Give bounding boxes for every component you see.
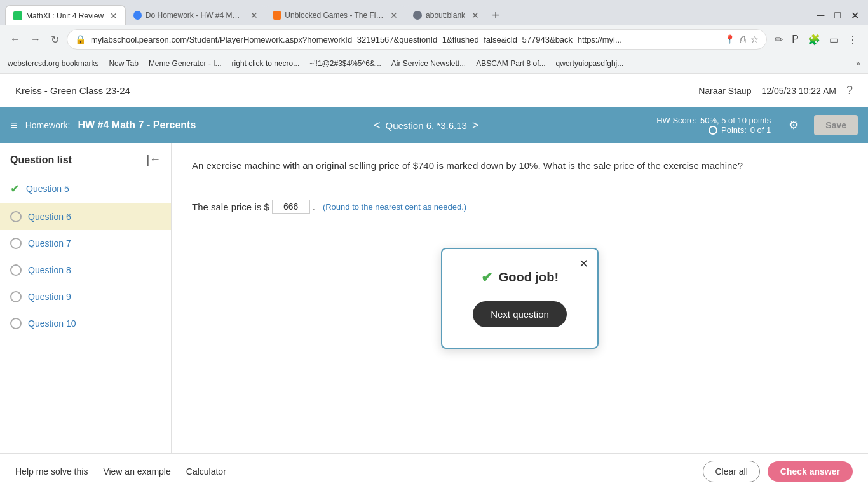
- hw-score-row: HW Score: 50%, 5 of 10 points: [656, 116, 771, 125]
- tab-homework[interactable]: Do Homework - HW #4 Math 7 - ✕: [126, 5, 266, 25]
- tab-mathxl[interactable]: MathXL: Unit 4 Review ✕: [5, 5, 126, 25]
- hw-score-value: 50%, 5 of 10 points: [700, 116, 771, 125]
- q7-label: Question 7: [28, 238, 71, 248]
- browser-chrome: MathXL: Unit 4 Review ✕ Do Homework - HW…: [0, 0, 868, 74]
- help-me-solve-button[interactable]: Help me solve this: [15, 466, 88, 477]
- gear-icon[interactable]: ⚙: [789, 118, 799, 132]
- pen-icon[interactable]: ✏: [772, 31, 785, 48]
- question-label: Question 6, *3.6.13: [386, 120, 467, 131]
- sidebar-item-q6[interactable]: Question 6: [0, 203, 171, 230]
- bookmark-symbols[interactable]: ~'!1@2#3$4%5^6&...: [309, 59, 381, 68]
- homework-title: HW #4 Math 7 - Percents: [78, 119, 196, 131]
- q8-label: Question 8: [28, 265, 71, 275]
- tab1-close-icon[interactable]: ✕: [110, 11, 118, 21]
- good-job-popup: ✕ ✔ Good job! Next question: [441, 248, 599, 349]
- forward-button[interactable]: →: [28, 31, 43, 48]
- extension-icon[interactable]: 🧩: [805, 31, 823, 48]
- pearson-icon[interactable]: P: [789, 31, 801, 48]
- calculator-button[interactable]: Calculator: [186, 466, 226, 477]
- bookmark-qwerty[interactable]: qwertyuiopasdfghj...: [556, 59, 624, 68]
- bookmark-abscam-label: ABSCAM Part 8 of...: [476, 59, 545, 68]
- tab3-favicon: [273, 11, 281, 20]
- question-list-title: Question list: [10, 154, 72, 166]
- tab2-close-icon[interactable]: ✕: [250, 10, 258, 20]
- url-text: mylabschool.pearson.com/Student/PlayerHo…: [91, 35, 719, 44]
- popup-close-button[interactable]: ✕: [579, 257, 588, 271]
- menu-icon[interactable]: ≡: [10, 118, 18, 133]
- points-value: 0 of 1: [750, 125, 771, 135]
- app-header: Kreiss - Green Class 23-24 Naraar Staup …: [0, 74, 868, 107]
- more-icon[interactable]: ⋮: [845, 31, 860, 48]
- sidebar-item-q10[interactable]: Question 10: [0, 310, 171, 337]
- reload-button[interactable]: ↻: [48, 31, 62, 48]
- lock-icon: 🔒: [75, 34, 86, 44]
- homework-label: Homework:: [25, 120, 71, 130]
- tab4-favicon: [413, 11, 422, 20]
- close-window-button[interactable]: ✕: [847, 10, 863, 22]
- bookmark-symbols-label: ~'!1@2#3$4%5^6&...: [309, 59, 381, 68]
- bookmark-webstercsd-label: webstercsd.org bookmarks: [8, 59, 98, 68]
- q9-circle-icon: [10, 291, 22, 302]
- main-layout: Question list |← ✔ Question 5 Question 6…: [0, 143, 868, 453]
- bookmark-abscam[interactable]: ABSCAM Part 8 of...: [476, 59, 545, 68]
- content-area: An exercise machine with an original sel…: [172, 143, 868, 453]
- bookmark-webstercsd[interactable]: webstercsd.org bookmarks: [8, 59, 98, 68]
- bookmark-newtab[interactable]: New Tab: [109, 59, 138, 68]
- bookmark-meme-label: Meme Generator - I...: [149, 59, 222, 68]
- app-header-right: Naraar Staup 12/05/23 10:22 AM ?: [698, 84, 853, 97]
- new-tab-button[interactable]: +: [487, 8, 505, 23]
- reading-icon[interactable]: ▭: [827, 31, 841, 48]
- prev-question-button[interactable]: <: [374, 119, 381, 132]
- q6-label: Question 6: [28, 212, 71, 222]
- location-icon[interactable]: 📍: [724, 34, 735, 44]
- tab3-title: Unblocked Games - The Final Ea: [285, 11, 384, 20]
- window-controls: ─ □ ✕: [813, 10, 863, 22]
- url-bar[interactable]: 🔒 mylabschool.pearson.com/Student/Player…: [67, 29, 767, 50]
- share-icon[interactable]: ⎙: [740, 34, 745, 44]
- q6-circle-icon: [10, 211, 22, 222]
- sidebar-item-q9[interactable]: Question 9: [0, 283, 171, 310]
- collapse-icon[interactable]: |←: [146, 153, 161, 166]
- sidebar-item-q5[interactable]: ✔ Question 5: [0, 174, 171, 203]
- q10-label: Question 10: [28, 318, 76, 329]
- popup-title-text: Good job!: [499, 270, 559, 285]
- q5-label: Question 5: [26, 184, 69, 194]
- bookmark-airservice-label: Air Service Newslett...: [391, 59, 466, 68]
- sidebar-item-q7[interactable]: Question 7: [0, 230, 171, 257]
- popup-check-icon: ✔: [481, 269, 492, 286]
- bookmarks-more-icon[interactable]: »: [856, 59, 860, 68]
- check-answer-button[interactable]: Check answer: [768, 461, 853, 482]
- q8-circle-icon: [10, 264, 22, 276]
- bookmark-qwerty-label: qwertyuiopasdfghj...: [556, 59, 624, 68]
- maximize-button[interactable]: □: [831, 10, 844, 22]
- url-actions: 📍 ⎙ ☆: [724, 34, 759, 44]
- popup-overlay: ✕ ✔ Good job! Next question: [172, 143, 868, 453]
- save-button[interactable]: Save: [814, 115, 858, 135]
- tab-blank[interactable]: about:blank ✕: [405, 5, 487, 25]
- clear-all-button[interactable]: Clear all: [703, 461, 759, 482]
- address-bar: ← → ↻ 🔒 mylabschool.pearson.com/Student/…: [0, 25, 868, 53]
- bottom-bar: Help me solve this View an example Calcu…: [0, 453, 868, 488]
- next-question-button[interactable]: Next question: [473, 301, 567, 327]
- tab4-close-icon[interactable]: ✕: [471, 10, 479, 20]
- tab-games[interactable]: Unblocked Games - The Final Ea ✕: [266, 5, 405, 25]
- bookmark-star-icon[interactable]: ☆: [750, 34, 759, 44]
- bookmark-airservice[interactable]: Air Service Newslett...: [391, 59, 466, 68]
- view-example-button[interactable]: View an example: [103, 466, 170, 477]
- back-button[interactable]: ←: [8, 31, 23, 48]
- points-label: Points:: [721, 125, 747, 135]
- help-icon[interactable]: ?: [846, 84, 853, 97]
- tab2-title: Do Homework - HW #4 Math 7 -: [146, 11, 244, 20]
- tab3-close-icon[interactable]: ✕: [390, 10, 398, 20]
- q5-check-icon: ✔: [10, 182, 20, 196]
- hw-score-label: HW Score:: [656, 116, 696, 125]
- browser-menu-icons: ✏ P 🧩 ▭ ⋮: [772, 31, 860, 48]
- next-question-button[interactable]: >: [472, 119, 479, 132]
- bookmark-meme[interactable]: Meme Generator - I...: [149, 59, 222, 68]
- bookmarks-bar: webstercsd.org bookmarks New Tab Meme Ge…: [0, 53, 868, 74]
- bookmark-rightclick[interactable]: right click to necro...: [232, 59, 300, 68]
- q9-label: Question 9: [28, 292, 71, 302]
- minimize-button[interactable]: ─: [813, 10, 828, 22]
- class-name: Kreiss - Green Class 23-24: [15, 85, 130, 96]
- sidebar-item-q8[interactable]: Question 8: [0, 257, 171, 283]
